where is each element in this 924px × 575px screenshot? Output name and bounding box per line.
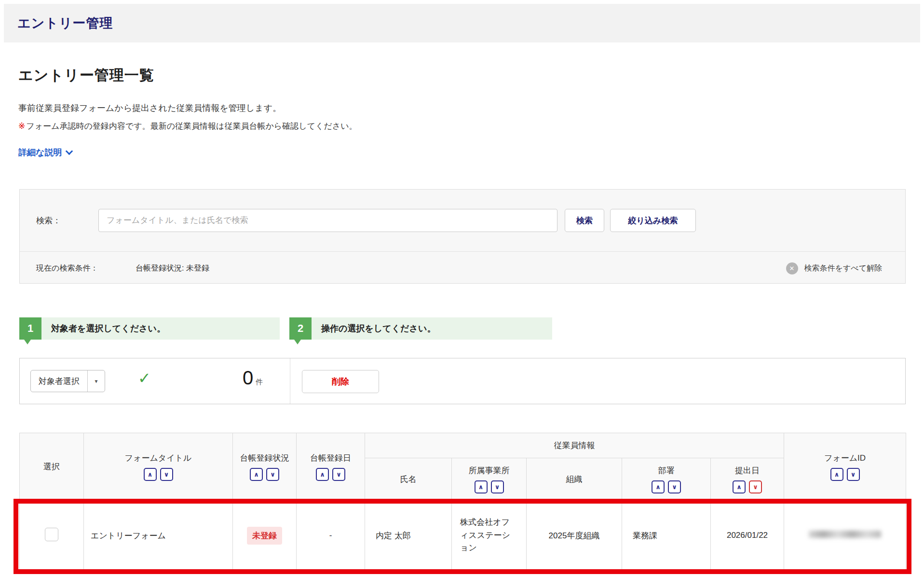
- selected-count-value: 0: [243, 367, 253, 389]
- app-title: エントリー管理: [17, 14, 113, 32]
- step-2-text: 操作の選択をしてください。: [321, 317, 435, 340]
- sort-desc-form-title-button[interactable]: ∨: [160, 468, 173, 481]
- search-label: 検索：: [36, 190, 61, 251]
- sort-desc-ledger-status-button[interactable]: ∨: [266, 468, 279, 481]
- selected-count-unit: 件: [256, 378, 263, 387]
- form-id-blurred-value: [809, 531, 881, 538]
- sort-desc-office-button[interactable]: ∨: [491, 480, 504, 493]
- page-description: 事前従業員登録フォームから提出された従業員情報を管理します。: [18, 102, 281, 114]
- column-header-ledger-status-label: 台帳登録状況: [240, 452, 289, 464]
- column-group-employee-info: 従業員情報: [365, 433, 784, 458]
- column-header-submit-date-label: 提出日: [735, 465, 760, 476]
- search-row: 検索： 検索 絞り込み検索: [20, 190, 905, 251]
- row-dept: 業務課: [622, 501, 711, 571]
- row-form-id-cell: [784, 501, 906, 571]
- sort-asc-ledger-status-button[interactable]: ∧: [250, 468, 263, 481]
- search-button[interactable]: 検索: [565, 209, 604, 232]
- table-row: エントリーフォーム 未登録 - 内定 太郎 株式会社オフィスステーション 202…: [20, 501, 906, 571]
- column-header-ledger-date: 台帳登録日 ∧ ∨: [297, 433, 365, 501]
- column-header-ledger-status: 台帳登録状況 ∧ ∨: [233, 433, 297, 501]
- current-conditions-row: 現在の検索条件： 台帳登録状況: 未登録 ✕ 検索条件をすべて解除: [20, 251, 905, 284]
- clear-all-conditions-label: 検索条件をすべて解除: [804, 263, 883, 274]
- sort-asc-form-title-button[interactable]: ∧: [144, 468, 157, 481]
- selected-count: 0 件: [243, 367, 263, 389]
- current-condition-value: 台帳登録状況: 未登録: [136, 252, 209, 285]
- step-1-text: 対象者を選択してください。: [51, 317, 165, 340]
- filter-search-button[interactable]: 絞り込み検索: [610, 209, 696, 232]
- sort-asc-submit-date-button[interactable]: ∧: [733, 480, 746, 493]
- status-badge: 未登録: [247, 527, 282, 545]
- detail-link-label: 詳細な説明: [18, 147, 62, 158]
- column-header-form-id-label: フォームID: [824, 452, 866, 464]
- row-select-cell: [20, 501, 84, 571]
- row-ledger-date: -: [297, 501, 365, 571]
- column-header-ledger-date-label: 台帳登録日: [310, 452, 351, 464]
- sort-asc-office-button[interactable]: ∧: [475, 480, 488, 493]
- sort-asc-ledger-date-button[interactable]: ∧: [316, 468, 329, 481]
- step-1-banner: 1 対象者を選択してください。: [19, 317, 280, 340]
- column-header-dept: 部署 ∧ ∨: [622, 458, 711, 501]
- app-header-bar: エントリー管理: [4, 4, 920, 42]
- column-header-office: 所属事業所 ∧ ∨: [452, 458, 527, 501]
- row-ledger-status-cell: 未登録: [233, 501, 297, 571]
- clear-all-conditions-button[interactable]: ✕ 検索条件をすべて解除: [786, 252, 883, 285]
- sort-desc-submit-date-button-active[interactable]: ∨: [749, 480, 762, 493]
- row-checkbox[interactable]: [45, 528, 58, 541]
- note-asterisk-icon: ※: [18, 122, 25, 131]
- row-name: 内定 太郎: [365, 501, 452, 571]
- column-header-office-label: 所属事業所: [469, 465, 510, 476]
- column-header-name: 氏名: [365, 458, 452, 501]
- row-office: 株式会社オフィスステーション: [452, 501, 527, 571]
- page-note: ※フォーム承認時の登録内容です。最新の従業員情報は従業員台帳から確認してください…: [18, 121, 357, 132]
- step-1-number-badge: 1: [19, 317, 41, 340]
- column-header-dept-label: 部署: [658, 465, 675, 476]
- dropdown-arrow-icon[interactable]: ▼: [87, 370, 105, 392]
- page-title: エントリー管理一覧: [18, 66, 154, 85]
- column-header-org: 組織: [527, 458, 622, 501]
- detail-description-link[interactable]: 詳細な説明: [18, 147, 72, 158]
- sort-desc-form-id-button[interactable]: ∨: [847, 468, 860, 481]
- row-org: 2025年度組織: [527, 501, 622, 571]
- step-2-number-badge: 2: [289, 317, 312, 340]
- row-submit-date: 2026/01/22: [711, 501, 784, 571]
- target-select-dropdown[interactable]: 対象者選択 ▼: [30, 370, 105, 392]
- sort-asc-dept-button[interactable]: ∧: [652, 480, 665, 493]
- sort-desc-dept-button[interactable]: ∨: [668, 480, 681, 493]
- action-bar: 対象者選択 ▼ ✓ 0 件 削除: [19, 358, 906, 404]
- chevron-down-icon: [66, 147, 73, 155]
- sort-desc-ledger-date-button[interactable]: ∨: [332, 468, 345, 481]
- column-header-select: 選択: [20, 433, 84, 501]
- action-bar-divider: [290, 358, 290, 404]
- entry-table: 選択 フォームタイトル ∧ ∨ 台帳登録状況 ∧ ∨: [19, 433, 906, 571]
- sort-asc-form-id-button[interactable]: ∧: [830, 468, 843, 481]
- target-select-label: 対象者選択: [31, 370, 87, 392]
- clear-circle-x-icon[interactable]: ✕: [786, 262, 798, 274]
- column-header-form-title: フォームタイトル ∧ ∨: [84, 433, 233, 501]
- page-note-text: フォーム承認時の登録内容です。最新の従業員情報は従業員台帳から確認してください。: [26, 122, 357, 131]
- step-2-banner: 2 操作の選択をしてください。: [289, 317, 552, 340]
- current-conditions-label: 現在の検索条件：: [36, 252, 98, 285]
- delete-button[interactable]: 削除: [302, 370, 379, 393]
- search-panel: 検索： 検索 絞り込み検索 現在の検索条件： 台帳登録状況: 未登録 ✕ 検索条…: [19, 189, 906, 284]
- column-header-submit-date: 提出日 ∧ ∨: [711, 458, 784, 501]
- row-form-title: エントリーフォーム: [84, 501, 233, 571]
- check-icon: ✓: [138, 369, 151, 387]
- column-header-form-id: フォームID ∧ ∨: [784, 433, 906, 501]
- column-header-form-title-label: フォームタイトル: [125, 452, 192, 464]
- search-input[interactable]: [98, 209, 557, 232]
